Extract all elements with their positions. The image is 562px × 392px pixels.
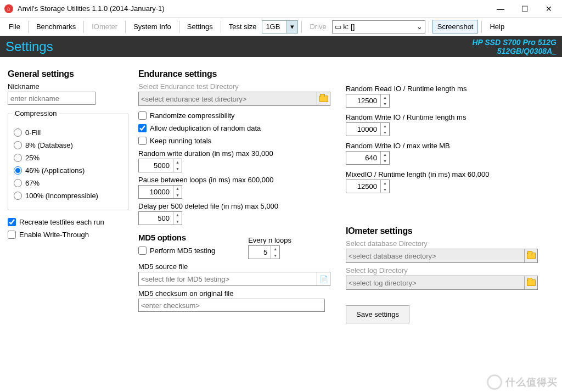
menu-benchmarks[interactable]: Benchmarks [32, 20, 80, 33]
watermark: 什么值得买 [487, 374, 558, 390]
chevron-down-icon: ▾ [286, 21, 297, 33]
delay-label: Delay per 500 deleted file (in ms) max 5… [138, 202, 336, 210]
io-db-input[interactable]: <select database directory> [346, 249, 538, 263]
rw-duration-label: Random write duration (in ms) max 30,000 [138, 149, 336, 158]
compression-legend: Compression [13, 109, 59, 117]
close-button[interactable]: ✕ [537, 1, 561, 17]
window-title: Anvil's Storage Utilities 1.1.0 (2014-Ja… [18, 4, 488, 13]
smile-icon [487, 374, 502, 390]
endurance-dir-input[interactable]: <select endurance test directory> [138, 92, 330, 106]
menubar: File Benchmarks IOmeter System Info Sett… [0, 18, 562, 36]
device-name: HP SSD S700 Pro 512G [472, 38, 557, 47]
screenshot-button[interactable]: Screenshot [432, 20, 479, 33]
compression-opt-2[interactable]: 25% [14, 154, 122, 162]
nickname-label: Nickname [8, 82, 128, 91]
compression-opt-1[interactable]: 8% (Database) [14, 141, 122, 149]
random-read-label: Random Read IO / Runtime length ms [346, 85, 554, 93]
menu-iometer[interactable]: IOmeter [87, 20, 122, 33]
dedup-checkbox[interactable]: Allow deduplication of random data [138, 124, 336, 132]
compression-group: Compression 0-Fill 8% (Database) 25% 46%… [8, 114, 128, 210]
md5-every-input[interactable]: ▲▼ [248, 245, 280, 259]
random-write-input[interactable]: ▲▼ [346, 122, 390, 136]
general-settings-column: General settings Nickname Compression 0-… [8, 69, 128, 323]
drive-combo[interactable]: ▭ k: [] ⌄ [332, 20, 425, 33]
io-log-label: Select log Directory [346, 266, 554, 275]
md5-title: MD5 options [138, 233, 215, 242]
menu-file[interactable]: File [4, 20, 25, 33]
page-title: Settings [5, 39, 53, 54]
browse-icon[interactable]: 📄 [317, 272, 330, 285]
browse-icon[interactable] [317, 92, 330, 105]
randomize-checkbox[interactable]: Randomize compressibility [138, 111, 336, 120]
delay-input[interactable]: ▲▼ [138, 211, 182, 225]
content: General settings Nickname Compression 0-… [0, 57, 562, 323]
recreate-checkbox[interactable]: Recreate testfiles each run [8, 218, 128, 226]
drive-label: Drive [305, 20, 330, 33]
endurance-title: Endurance settings [138, 69, 336, 79]
testsize-label: Test size [224, 20, 261, 33]
compression-opt-4[interactable]: 67% [14, 179, 122, 187]
device-model: 512GB/Q0308A_ [472, 47, 557, 55]
io-log-input[interactable]: <select log directory> [346, 276, 538, 290]
random-write-label: Random Write IO / Runtime length ms [346, 113, 554, 121]
maximize-button[interactable]: ☐ [513, 1, 537, 17]
compression-opt-0[interactable]: 0-Fill [14, 128, 122, 137]
io-db-label: Select database Directory [346, 239, 554, 248]
md5-checksum-input[interactable] [138, 299, 325, 312]
writethrough-checkbox[interactable]: Enable Write-Through [8, 231, 128, 239]
compression-opt-3[interactable]: 46% (Applications) [14, 166, 122, 175]
random-write-max-label: Random Write IO / max write MB [346, 142, 554, 150]
device-info: HP SSD S700 Pro 512G 512GB/Q0308A_ [472, 38, 557, 55]
general-title: General settings [8, 69, 128, 79]
pause-input[interactable]: ▲▼ [138, 185, 182, 199]
nickname-input[interactable] [8, 92, 95, 105]
minimize-button[interactable]: — [488, 1, 513, 17]
testsize-value: 1GB [262, 23, 286, 31]
random-write-max-input[interactable]: ▲▼ [346, 151, 390, 165]
menu-help[interactable]: Help [485, 20, 509, 33]
iometer-title: IOmeter settings [346, 226, 554, 236]
chevron-down-icon: ⌄ [417, 23, 423, 31]
menu-settings[interactable]: Settings [183, 20, 217, 33]
browse-icon[interactable] [524, 276, 537, 289]
endurance-settings-column: Endurance settings Select Endurance test… [138, 69, 336, 323]
md5-perform-checkbox[interactable]: Perform MD5 testing [138, 247, 215, 255]
rw-duration-input[interactable]: ▲▼ [138, 159, 182, 172]
menu-system-info[interactable]: System Info [129, 20, 176, 33]
browse-icon[interactable] [524, 249, 537, 262]
md5-src-input[interactable]: <select file for MD5 testing> 📄 [138, 272, 330, 286]
md5-checksum-label: MD5 checksum on original file [138, 289, 336, 298]
compression-opt-5[interactable]: 100% (Incompressible) [14, 192, 122, 200]
endurance-dir-label: Select Endurance test Directory [138, 82, 336, 91]
save-settings-button[interactable]: Save settings [346, 305, 409, 323]
drive-icon: ▭ [335, 23, 341, 31]
mixed-io-label: MixedIO / Runtime length (in ms) max 60,… [346, 170, 554, 178]
drive-value: k: [] [343, 23, 355, 31]
app-icon: ⌂ [4, 4, 13, 13]
header-bar: Settings HP SSD S700 Pro 512G 512GB/Q030… [0, 36, 562, 57]
right-column: Random Read IO / Runtime length ms ▲▼ Ra… [346, 69, 554, 323]
mixed-io-input[interactable]: ▲▼ [346, 180, 390, 193]
random-read-input[interactable]: ▲▼ [346, 94, 390, 108]
testsize-combo[interactable]: 1GB ▾ [262, 20, 298, 33]
keep-totals-checkbox[interactable]: Keep running totals [138, 137, 336, 145]
titlebar: ⌂ Anvil's Storage Utilities 1.1.0 (2014-… [0, 0, 562, 18]
md5-every-label: Every n loops [248, 236, 291, 244]
md5-src-label: MD5 source file [138, 262, 336, 271]
pause-label: Pause between loops (in ms) max 600,000 [138, 176, 336, 184]
